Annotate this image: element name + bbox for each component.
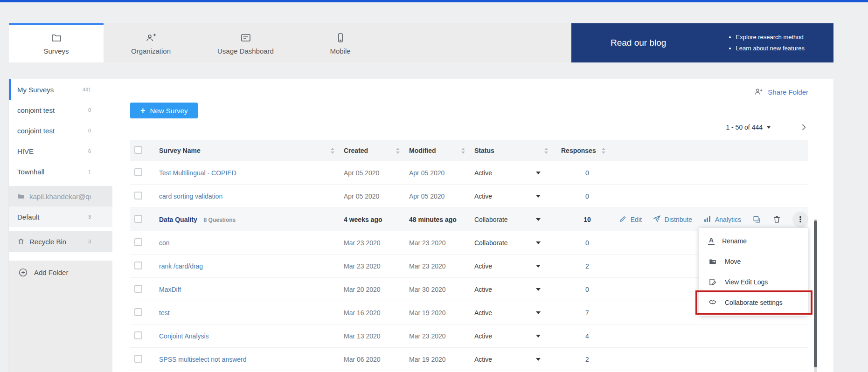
survey-name-link[interactable]: card sorting validation xyxy=(159,193,222,200)
survey-name-link[interactable]: con xyxy=(159,239,170,247)
dashboard-icon xyxy=(240,32,251,43)
status-dropdown-caret[interactable] xyxy=(536,241,541,244)
column-header-status[interactable]: Status xyxy=(474,147,561,154)
table-row: Test Multilingual - COPIED Apr 05 2020 A… xyxy=(130,161,808,185)
created-cell: Apr 05 2020 xyxy=(344,169,409,177)
trash-icon[interactable] xyxy=(772,215,781,224)
survey-name-link[interactable]: test xyxy=(159,309,170,317)
status-dropdown-caret[interactable] xyxy=(536,288,541,291)
table-scrollbar[interactable] xyxy=(814,219,817,372)
status-dropdown-caret[interactable] xyxy=(536,195,541,198)
edit-button[interactable]: Edit xyxy=(619,215,642,224)
created-cell: Mar 13 2020 xyxy=(344,332,409,340)
chevron-down-icon[interactable] xyxy=(767,126,771,129)
copy-icon[interactable] xyxy=(752,215,761,224)
plus-circle-icon xyxy=(18,268,28,277)
share-folder-button[interactable]: Share Folder xyxy=(130,86,808,98)
add-folder-button[interactable]: Add Folder xyxy=(18,268,106,277)
responses-cell: 4 xyxy=(561,332,613,340)
pagination-label[interactable]: 1 - 50 of 444 xyxy=(726,124,763,131)
status-dropdown-caret[interactable] xyxy=(536,172,541,174)
status-dropdown-caret[interactable] xyxy=(536,265,541,268)
status-label: Collaborate xyxy=(474,239,508,247)
menu-item-move[interactable]: Move xyxy=(699,251,808,272)
sort-icon xyxy=(461,148,465,154)
row-context-menu: A Rename Move View Edit Logs Collaborate… xyxy=(699,228,808,316)
status-dropdown-caret[interactable] xyxy=(536,358,541,361)
column-header-modified[interactable]: Modified xyxy=(409,147,474,154)
table-header-row: Survey Name Created Modified Status Resp… xyxy=(130,140,808,161)
sidebar-item-recycle-bin[interactable]: Recycle Bin 3 xyxy=(9,231,112,252)
banner-bullet: Explore research method xyxy=(736,32,805,43)
survey-name-link[interactable]: Conjoint Analysis xyxy=(159,332,209,340)
responses-cell: 2 xyxy=(561,356,613,363)
survey-name-link[interactable]: Data Quality xyxy=(159,216,197,223)
banner-title[interactable]: Read our blog xyxy=(611,38,666,48)
status-dropdown-caret[interactable] xyxy=(536,335,541,338)
survey-name-link[interactable]: Test Multilingual - COPIED xyxy=(159,169,236,177)
sidebar-item-townhall[interactable]: Townhall 1 xyxy=(9,161,112,182)
row-checkbox[interactable] xyxy=(134,308,142,316)
sidebar-item-conjoint-test-2[interactable]: conjoint test 0 xyxy=(9,120,112,141)
row-checkbox[interactable] xyxy=(134,355,142,363)
responses-cell: 7 xyxy=(561,309,613,317)
sidebar-item-hive[interactable]: HIVE 6 xyxy=(9,141,112,161)
tab-usage-dashboard[interactable]: Usage Dashboard xyxy=(198,23,293,62)
responses-cell: 0 xyxy=(561,239,613,247)
scrollbar-thumb[interactable] xyxy=(814,220,817,367)
blog-banner[interactable]: Read our blog Explore research method Le… xyxy=(571,23,833,62)
status-dropdown-caret[interactable] xyxy=(536,218,541,221)
move-folder-icon xyxy=(708,257,717,266)
tab-surveys[interactable]: Surveys xyxy=(9,23,104,62)
modified-cell: Mar 23 2020 xyxy=(409,262,474,270)
analytics-button[interactable]: Analytics xyxy=(703,215,741,224)
sidebar-item-email-folder[interactable]: kapil.khandekar@que... xyxy=(9,186,112,207)
survey-name-link[interactable]: SPSS multiselect not answerd xyxy=(159,356,247,363)
kebab-menu-button[interactable]: ⋮ xyxy=(792,212,808,227)
column-header-responses[interactable]: Responses xyxy=(561,147,613,154)
table-row: Conjoint Analysis Mar 13 2020 Mar 23 202… xyxy=(130,324,808,348)
created-cell: Mar 20 2020 xyxy=(344,286,409,293)
row-checkbox[interactable] xyxy=(134,238,142,246)
modified-cell: Mar 23 2020 xyxy=(409,332,474,340)
select-all-checkbox[interactable] xyxy=(134,146,142,154)
column-header-created[interactable]: Created xyxy=(344,147,409,154)
row-checkbox[interactable] xyxy=(134,262,142,269)
new-survey-label: New Survey xyxy=(150,107,188,115)
new-survey-button[interactable]: + New Survey xyxy=(130,103,198,118)
status-dropdown-caret[interactable] xyxy=(536,311,541,314)
pagination-row: 1 - 50 of 444 xyxy=(130,122,808,132)
rename-icon: A xyxy=(708,237,715,245)
status-label: Active xyxy=(474,286,492,293)
modified-cell: Apr 05 2020 xyxy=(409,193,474,200)
modified-cell: Apr 05 2020 xyxy=(409,169,474,177)
folder-count: 0 xyxy=(88,128,91,133)
status-label: Active xyxy=(474,193,492,200)
sort-icon xyxy=(544,148,548,154)
sort-icon xyxy=(331,148,334,154)
sidebar-item-conjoint-test-1[interactable]: conjoint test 0 xyxy=(9,100,112,120)
column-header-survey-name[interactable]: Survey Name xyxy=(159,147,344,154)
top-accent-bar xyxy=(0,0,868,2)
row-checkbox[interactable] xyxy=(134,285,142,293)
menu-item-collaborate-settings[interactable]: Collaborate settings xyxy=(699,292,808,313)
sidebar-item-default[interactable]: Default 3 xyxy=(9,207,112,227)
tab-mobile[interactable]: Mobile xyxy=(293,23,388,62)
survey-name-link[interactable]: MaxDiff xyxy=(159,286,181,293)
row-checkbox[interactable] xyxy=(134,215,142,223)
survey-name-link[interactable]: rank /card/drag xyxy=(159,262,203,270)
status-label: Active xyxy=(474,169,492,177)
row-checkbox[interactable] xyxy=(134,192,142,200)
folders-sidebar: My Surveys 441 conjoint test 0 conjoint … xyxy=(9,79,112,372)
responses-cell: 0 xyxy=(561,169,613,177)
row-checkbox[interactable] xyxy=(134,168,142,176)
tab-organization[interactable]: Organization xyxy=(104,23,198,62)
row-checkbox[interactable] xyxy=(134,331,142,339)
add-folder-label: Add Folder xyxy=(34,269,68,276)
share-folder-label: Share Folder xyxy=(768,88,808,96)
menu-item-rename[interactable]: A Rename xyxy=(699,231,808,251)
sidebar-item-my-surveys[interactable]: My Surveys 441 xyxy=(9,79,112,100)
menu-item-view-edit-logs[interactable]: View Edit Logs xyxy=(699,272,808,292)
next-page-button[interactable] xyxy=(799,123,808,132)
distribute-button[interactable]: Distribute xyxy=(653,215,692,224)
